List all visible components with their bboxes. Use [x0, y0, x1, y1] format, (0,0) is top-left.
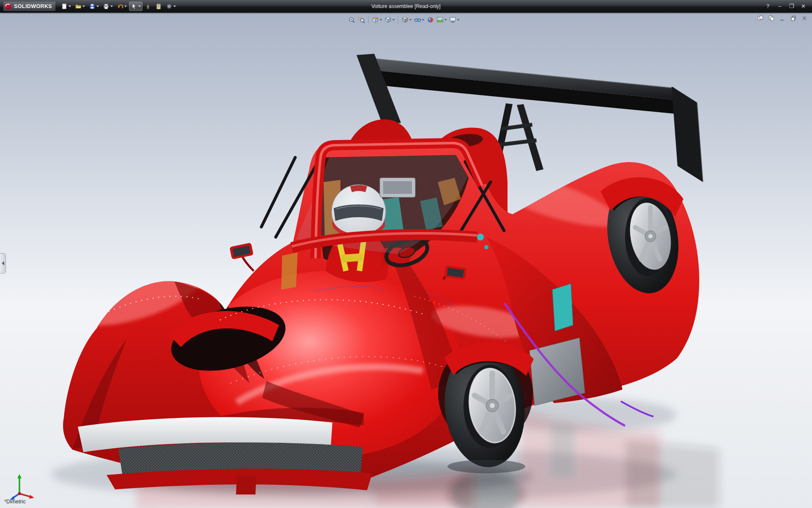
help-button[interactable]: ?: [763, 2, 773, 11]
toolbar-separator: [368, 16, 369, 24]
print-icon: [103, 3, 110, 10]
window-minimize-icon: [779, 15, 785, 21]
options-button[interactable]: [165, 2, 177, 11]
chevron-left-icon: [2, 261, 4, 265]
undo-button[interactable]: [115, 2, 128, 11]
view-settings-button[interactable]: [448, 15, 461, 25]
dropdown-caret[interactable]: [457, 19, 460, 21]
dropdown-caret[interactable]: [138, 6, 141, 7]
monitor-icon: [449, 16, 457, 24]
zoom-to-fit-icon: [348, 16, 356, 24]
display-style-icon: [401, 16, 409, 24]
dropdown-caret[interactable]: [69, 6, 71, 7]
document-window-controls: [756, 14, 809, 22]
document-title: Voiture assemblee [Read-only]: [371, 3, 440, 9]
hide-show-items-button[interactable]: [413, 15, 425, 25]
edit-appearance-button[interactable]: [426, 15, 435, 25]
maximize-button[interactable]: ❐: [786, 2, 797, 11]
dropdown-caret[interactable]: [96, 6, 99, 7]
open-button[interactable]: [74, 2, 86, 11]
window-cascade-icon: [768, 15, 774, 21]
window-tile-icon: [757, 15, 763, 21]
display-style-button[interactable]: [401, 15, 413, 25]
solidworks-logo: SOLIDWORKS: [3, 2, 55, 11]
print-button[interactable]: [102, 2, 114, 11]
new-document-button[interactable]: [60, 2, 72, 11]
select-button[interactable]: [129, 2, 142, 11]
zoom-to-area-button[interactable]: [357, 15, 366, 25]
standard-toolbar: [60, 2, 177, 11]
solidworks-window: SOLIDWORKS: [0, 0, 812, 508]
open-folder-icon: [75, 3, 82, 10]
traffic-light-button[interactable]: [143, 2, 153, 11]
window-cascade-button[interactable]: [767, 14, 776, 22]
dropdown-caret[interactable]: [173, 6, 176, 7]
section-view-button[interactable]: [371, 15, 383, 25]
window-close-icon: [801, 15, 807, 21]
dropdown-caret[interactable]: [124, 6, 127, 7]
dropdown-caret[interactable]: [82, 6, 85, 7]
app-name: SOLIDWORKS: [14, 3, 52, 9]
view-orientation-button[interactable]: [384, 15, 396, 25]
dropdown-caret[interactable]: [110, 6, 113, 7]
dropdown-caret[interactable]: [380, 19, 382, 21]
dropdown-caret[interactable]: [422, 19, 425, 21]
close-button[interactable]: ✕: [798, 2, 809, 11]
view-orientation-cube-icon: [384, 16, 392, 24]
heads-up-toolbar: [347, 15, 461, 25]
window-close-button[interactable]: [800, 14, 809, 22]
window-restore-icon: [790, 15, 796, 21]
glasses-icon: [414, 16, 422, 24]
apply-scene-button[interactable]: [436, 15, 448, 25]
minimize-button[interactable]: –: [774, 2, 785, 11]
window-controls: ? – ❐ ✕: [763, 2, 809, 11]
window-tile-button[interactable]: [756, 14, 765, 22]
window-minimize-button[interactable]: [778, 14, 787, 22]
y-axis-arrow: [17, 474, 22, 478]
traffic-light-icon: [145, 3, 151, 10]
featuremanager-collapse-tab[interactable]: [0, 253, 6, 273]
save-button[interactable]: [88, 2, 100, 11]
select-cursor-icon: [131, 3, 137, 10]
undo-icon: [117, 3, 123, 10]
window-restore-button[interactable]: [789, 14, 798, 22]
3ds-logo-icon: [4, 3, 12, 10]
clipboard-icon: [155, 3, 162, 10]
scene-icon: [436, 16, 444, 24]
dropdown-caret[interactable]: [409, 19, 412, 21]
teal-side-window[interactable]: [552, 284, 573, 331]
appearance-ball-icon: [427, 16, 434, 24]
section-view-icon: [372, 16, 379, 24]
view-orientation-label: *Dimetric: [4, 499, 26, 505]
graphics-viewport[interactable]: [0, 0, 812, 508]
orange-intake: [281, 252, 298, 290]
save-icon: [89, 3, 96, 10]
dropdown-caret[interactable]: [392, 19, 395, 21]
clipboard-button[interactable]: [154, 2, 163, 11]
toolbar-separator: [398, 16, 398, 24]
zoom-to-area-icon: [358, 16, 365, 24]
title-bar: SOLIDWORKS: [0, 0, 812, 13]
new-document-icon: [61, 3, 68, 10]
front-grille[interactable]: [78, 417, 372, 494]
gear-icon: [166, 3, 173, 10]
x-axis-arrow: [29, 495, 34, 499]
zoom-to-fit-button[interactable]: [347, 15, 357, 25]
dropdown-caret[interactable]: [444, 19, 447, 21]
interior-mirror[interactable]: [380, 178, 415, 197]
